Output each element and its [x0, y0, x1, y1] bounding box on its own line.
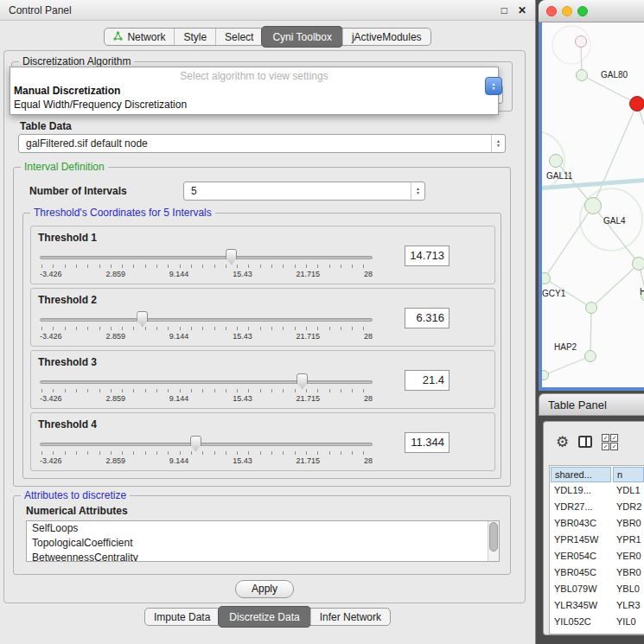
checkbox-icon[interactable]	[602, 434, 609, 442]
slider-scale: -3.426 2.859 9.144 15.43 21.715 28	[40, 394, 373, 403]
threshold-slider[interactable]: -3.426 2.859 9.144 15.43 21.715 28	[40, 247, 373, 282]
threshold-box: Threshold 4 -3.426 2.859 9.144 15.43 21.…	[30, 412, 495, 471]
table-row[interactable]: YBL079W YBL0	[550, 581, 644, 597]
checkbox-icon[interactable]	[602, 443, 609, 450]
gear-icon[interactable]: ⚙	[556, 433, 569, 451]
column-checkboxes-icon[interactable]	[602, 434, 618, 450]
slider-thumb[interactable]	[296, 373, 308, 389]
columns-icon[interactable]	[578, 436, 592, 448]
float-window-icon[interactable]: □	[501, 4, 507, 16]
slider-thumb[interactable]	[226, 249, 237, 265]
control-panel-titlebar: Control Panel □ ✕	[0, 0, 535, 21]
bottom-tabbar: Impute Data Discretize Data Infer Networ…	[0, 608, 535, 626]
scale-label: 2.859	[105, 270, 125, 278]
network-node[interactable]	[549, 154, 563, 168]
table-panel-header[interactable]: Table Panel	[539, 393, 644, 416]
threshold-slider[interactable]: -3.426 2.859 9.144 15.43 21.715 28	[40, 372, 373, 406]
minimize-window-icon[interactable]	[562, 6, 572, 16]
cell-shared-name: YPR145W	[550, 532, 612, 548]
tab-jactivemodules[interactable]: jActiveModules	[342, 29, 430, 45]
slider-track[interactable]	[40, 443, 373, 446]
slider-track[interactable]	[40, 256, 373, 259]
network-node[interactable]	[575, 35, 587, 48]
cell-shared-name: YIL052C	[550, 614, 612, 630]
threshold-label: Threshold 4	[38, 418, 97, 430]
numerical-attributes-label: Numerical Attributes	[26, 505, 128, 517]
column-header-name[interactable]: n	[613, 467, 644, 482]
scale-label: 9.144	[169, 270, 189, 278]
interval-definition-group: Interval Definition Number of Intervals …	[13, 167, 511, 487]
scale-label: 9.144	[169, 332, 189, 341]
table-row[interactable]: YPR145W YPR1	[550, 532, 644, 548]
network-tab-icon	[113, 31, 123, 43]
slider-thumb[interactable]	[190, 436, 201, 451]
slider-track[interactable]	[40, 380, 373, 384]
combo-stepper-icon[interactable]	[491, 135, 505, 152]
threshold-value-field[interactable]: 21.4	[405, 370, 450, 391]
combo-value: 5	[184, 185, 411, 197]
threshold-label: Threshold 1	[38, 232, 97, 244]
close-icon[interactable]: ✕	[518, 4, 526, 16]
threshold-value-field[interactable]: 6.316	[405, 308, 450, 328]
slider-ticks	[41, 327, 371, 330]
network-canvas[interactable]: GAL80GAL11GAL4GCY1HHAP2	[542, 22, 644, 387]
threshold-value-field[interactable]: 14.713	[405, 245, 450, 266]
algorithm-combo-stepper-icon[interactable]	[485, 77, 502, 95]
apply-button[interactable]: Apply	[235, 580, 294, 598]
network-node[interactable]	[584, 350, 596, 362]
combo-stepper-icon[interactable]	[411, 182, 424, 200]
table-row[interactable]: YIL052C YIL0	[550, 614, 644, 630]
scale-label: 15.43	[233, 394, 252, 403]
checkbox-icon[interactable]	[610, 434, 618, 442]
network-node[interactable]	[584, 197, 602, 214]
network-node-label: GAL11	[546, 171, 572, 181]
threshold-label: Threshold 3	[38, 356, 97, 368]
dropdown-item-equal-width-frequency[interactable]: Equal Width/Frequency Discretization	[10, 98, 498, 112]
dropdown-item-manual-discretization[interactable]: Manual Discretization	[10, 84, 498, 98]
tab-style[interactable]: Style	[174, 29, 215, 45]
close-window-icon[interactable]	[546, 6, 557, 16]
network-node[interactable]	[576, 69, 588, 81]
table-row[interactable]: YBR045C YBR0	[550, 564, 644, 581]
list-scrollbar[interactable]	[488, 521, 499, 561]
top-tabbar: Network Style Select Cyni Toolbox jActiv…	[0, 28, 535, 46]
table-data-combo[interactable]: galFiltered.sif default node	[18, 134, 506, 153]
scale-label: -3.426	[40, 456, 62, 465]
scale-label: 2.859	[105, 394, 125, 403]
tab-network[interactable]: Network	[105, 29, 174, 45]
slider-track[interactable]	[40, 318, 373, 322]
network-node[interactable]	[585, 302, 597, 314]
column-header-shared-name[interactable]: shared...	[551, 467, 611, 482]
attribute-item[interactable]: TopologicalCoefficient	[27, 536, 499, 551]
table-row[interactable]: YDR27... YDR2	[550, 499, 644, 515]
cell-shared-name: YDL19...	[550, 482, 612, 499]
tab-select[interactable]: Select	[215, 29, 262, 45]
tab-cyni-toolbox[interactable]: Cyni Toolbox	[261, 26, 342, 48]
zoom-window-icon[interactable]	[577, 6, 588, 16]
network-node[interactable]	[632, 257, 644, 271]
scale-label: -3.426	[40, 332, 62, 341]
number-of-intervals-combo[interactable]: 5	[183, 182, 425, 201]
table-row[interactable]: YLR345W YLR3	[550, 597, 644, 614]
threshold-value-field[interactable]: 11.344	[405, 432, 450, 453]
tab-infer-network[interactable]: Infer Network	[310, 609, 390, 625]
attribute-item[interactable]: SelfLoops	[27, 521, 499, 536]
network-edge	[591, 264, 639, 308]
scale-label: -3.426	[40, 394, 62, 403]
thresholds-group: Threshold's Coordinates for 5 Intervals …	[22, 213, 501, 479]
scale-label: 28	[364, 270, 373, 278]
network-node[interactable]	[629, 96, 644, 112]
threshold-slider[interactable]: -3.426 2.859 9.144 15.43 21.715 28	[40, 434, 373, 469]
tab-discretize-data[interactable]: Discretize Data	[218, 606, 310, 628]
attribute-item[interactable]: BetweennessCentrality	[27, 551, 499, 562]
table-row[interactable]: YBR043C YBR0	[550, 515, 644, 532]
network-window-titlebar[interactable]	[539, 0, 644, 22]
tab-impute-data[interactable]: Impute Data	[145, 609, 219, 625]
cell-shared-name: YER054C	[550, 548, 612, 564]
checkbox-icon[interactable]	[610, 443, 618, 450]
table-row[interactable]: YER054C YER0	[550, 548, 644, 564]
slider-thumb[interactable]	[137, 311, 148, 327]
threshold-slider[interactable]: -3.426 2.859 9.144 15.43 21.715 28	[40, 309, 373, 344]
scrollbar-thumb[interactable]	[489, 522, 498, 552]
table-row[interactable]: YDL19... YDL1	[550, 482, 644, 499]
